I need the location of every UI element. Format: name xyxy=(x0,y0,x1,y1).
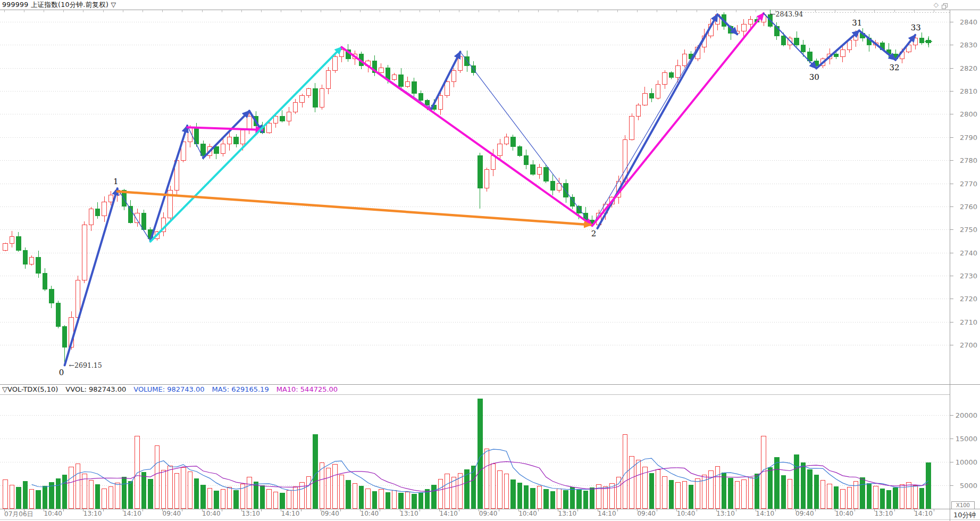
volume-bar xyxy=(544,490,548,509)
volume-bar xyxy=(656,470,660,509)
candle-bar xyxy=(10,236,14,243)
volume-bar xyxy=(636,460,640,508)
candle-bar xyxy=(781,36,785,45)
volume-bar xyxy=(405,492,409,508)
volume-bar xyxy=(267,490,271,509)
time-axis-label: 13:10 xyxy=(241,510,260,517)
candle-bar xyxy=(399,75,403,87)
candle-bar xyxy=(418,93,423,100)
candle-bar xyxy=(392,75,396,80)
volume-bar xyxy=(919,488,924,508)
time-axis-label: 13:10 xyxy=(875,510,893,517)
candle-bar xyxy=(95,209,99,216)
seg-2-3-magenta xyxy=(592,13,764,226)
price-axis-label: 2800 xyxy=(951,110,977,119)
volume-bar xyxy=(682,481,686,508)
volume-bar xyxy=(438,479,442,509)
volume-bar xyxy=(3,479,7,508)
candle-bar xyxy=(550,181,555,190)
volume-bar xyxy=(392,491,396,509)
volume-bar xyxy=(649,473,654,508)
wave-label-30: 30 xyxy=(809,72,819,82)
indicator-ma5-value: MA5: 629165.19 xyxy=(212,385,269,393)
volume-bar xyxy=(326,468,330,508)
price-axis-label: 2840 xyxy=(951,18,977,27)
candle-bar xyxy=(544,167,548,181)
volume-bar xyxy=(860,478,865,509)
volume-axis-label: 5000 xyxy=(951,482,977,490)
gridlines xyxy=(0,13,953,486)
volume-bar xyxy=(742,479,746,508)
time-axis-label: 09:40 xyxy=(479,510,498,517)
volume-bar xyxy=(43,486,47,509)
volume-bar xyxy=(517,483,522,509)
candle-bar xyxy=(478,155,482,188)
diamond-icon[interactable]: ◇ xyxy=(934,2,939,8)
candle-bar xyxy=(326,70,330,89)
volume-bar xyxy=(524,486,528,509)
volume-bar xyxy=(781,476,785,509)
time-axis-label: 14:10 xyxy=(281,510,300,517)
candle-bar xyxy=(379,68,383,73)
volume-bar xyxy=(386,492,390,508)
time-axis-label: 09:40 xyxy=(163,510,181,517)
volume-bar xyxy=(570,487,574,509)
time-axis-label: 10:40 xyxy=(835,510,853,517)
volume-bar xyxy=(511,479,515,508)
candle-bar xyxy=(89,209,93,225)
wave-annotation-lines xyxy=(65,13,932,365)
volume-bar xyxy=(56,479,60,509)
volume-bar xyxy=(227,487,231,509)
candle-bar xyxy=(267,123,271,133)
time-axis-label: 13:10 xyxy=(716,510,735,517)
volume-bar xyxy=(359,486,363,509)
volume-bar xyxy=(893,487,898,508)
volume-bar xyxy=(234,491,238,509)
time-axis-label: 10:40 xyxy=(518,510,537,517)
volume-bar xyxy=(273,492,278,508)
wave-label-1: 1 xyxy=(113,177,119,186)
candle-bar xyxy=(841,49,845,56)
volume-bar xyxy=(115,483,120,509)
candle-bar xyxy=(234,137,238,144)
candle-bar xyxy=(49,290,54,303)
volume-bar xyxy=(603,487,607,509)
time-axis-label: 10:40 xyxy=(677,510,696,517)
time-axis-label: 13:10 xyxy=(83,510,102,517)
candle-bar xyxy=(498,144,502,156)
volume-bar xyxy=(491,464,495,509)
volume-bar xyxy=(847,487,851,509)
volume-bar xyxy=(669,480,673,508)
seg-peak-2-magenta xyxy=(341,47,592,226)
volume-bar xyxy=(696,479,700,509)
volume-bar xyxy=(794,455,799,509)
candle-bar xyxy=(663,72,667,84)
volume-bar xyxy=(900,484,904,508)
candle-bar xyxy=(43,274,47,290)
volume-bar xyxy=(339,475,344,509)
indicator-name[interactable]: ▽VOL-TDX(5,10) xyxy=(2,385,58,393)
candle-bar xyxy=(630,117,634,139)
volume-bar xyxy=(498,471,502,509)
volume-bar xyxy=(913,486,917,509)
chart-plot-area[interactable]: 012330313233←2691.15←2843.94 xyxy=(0,0,980,521)
price-axis-label: 2740 xyxy=(951,249,977,258)
candle-bar xyxy=(29,257,33,264)
volume-bar xyxy=(366,489,370,508)
candle-bar xyxy=(320,89,324,107)
time-axis-label: 14:10 xyxy=(123,510,141,517)
candle-bar xyxy=(287,112,291,121)
volume-bar xyxy=(76,464,80,509)
symbol-title[interactable]: 999999 上证指数(10分钟.前复权) ▽ xyxy=(0,1,116,10)
indicator-vvol-value: VVOL: 982743.00 xyxy=(65,385,126,393)
period-label[interactable]: 10分钟 xyxy=(953,510,976,520)
candle-bar xyxy=(656,84,660,98)
volume-bar xyxy=(926,463,931,509)
volume-bar xyxy=(590,487,594,508)
volume-bar xyxy=(564,491,568,509)
candle-bar xyxy=(405,82,409,87)
cascade-windows-icon[interactable] xyxy=(942,2,948,8)
volume-bar xyxy=(10,485,14,508)
candle-bar xyxy=(531,165,535,174)
wave-label-31: 31 xyxy=(852,18,862,28)
